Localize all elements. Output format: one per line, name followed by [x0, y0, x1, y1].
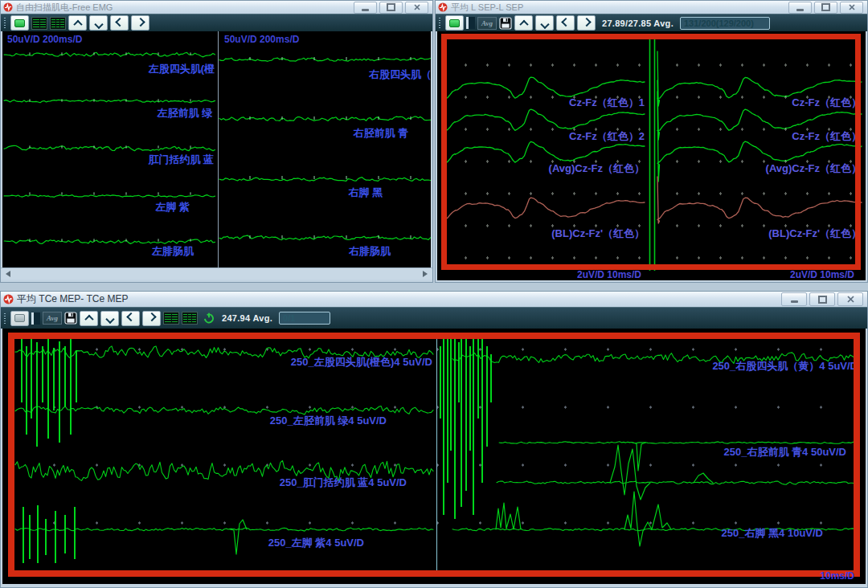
- run-button[interactable]: [10, 15, 29, 31]
- channel-label: (BL)Cz-Fz'（红色）: [551, 227, 645, 241]
- channel-label: Cz-Fz（红色）: [792, 96, 862, 110]
- window-free-emg: 自由扫描肌电-Free EMG 50uV/D 200ms/D: [0, 0, 433, 283]
- free-emg-plot[interactable]: 50uV/D 200ms/D 50uV/D 200ms/D 左股四头肌(橙 左胫…: [2, 31, 431, 267]
- montage-2col-icon[interactable]: [163, 312, 179, 325]
- splitter-handle[interactable]: [31, 312, 40, 325]
- chevron-left-icon: [561, 17, 570, 26]
- page-left-button[interactable]: [110, 15, 129, 31]
- desktop: 自由扫描肌电-Free EMG 50uV/D 200ms/D: [0, 0, 868, 588]
- minimize-icon: [362, 9, 369, 11]
- sep-traces-canvas: [437, 31, 866, 280]
- channel-label: 右脚 黑: [348, 186, 383, 200]
- montage-3col-icon[interactable]: [50, 17, 66, 30]
- page-left-button[interactable]: [121, 311, 140, 326]
- close-button[interactable]: [840, 2, 863, 14]
- chevron-left-icon: [126, 312, 135, 321]
- run-button-disabled[interactable]: [10, 311, 29, 326]
- scale-label: 2uV/D 10ms/D: [790, 269, 854, 280]
- avg-reading: 247.94 Avg.: [222, 313, 272, 323]
- scroll-right-icon[interactable]: [423, 271, 428, 277]
- scroll-left-icon[interactable]: [6, 271, 10, 277]
- toolbar-grip[interactable]: [3, 17, 6, 29]
- channel-label: (Avg)Cz-Fz（红色）: [549, 161, 645, 176]
- page-left-button[interactable]: [556, 15, 575, 31]
- close-icon: [849, 4, 855, 10]
- run-icon: [449, 19, 460, 27]
- scale-down-button[interactable]: [100, 311, 119, 326]
- channel-label: 右腓肠肌: [349, 244, 391, 259]
- chevron-right-icon: [136, 17, 145, 26]
- tce-mep-toolbar: Avg 247.94 Avg. 0/1: [1, 307, 867, 329]
- channel-label: (BL)Cz-Fz'（红色）: [768, 227, 862, 241]
- tce-mep-plot[interactable]: 250_左股四头肌(橙色)4 5uV/D 250_左胫前肌 绿4 5uV/D 2…: [2, 329, 866, 584]
- average-mode-button[interactable]: Avg: [477, 17, 497, 30]
- chevron-down-icon: [540, 19, 549, 28]
- run-icon: [14, 314, 25, 322]
- maximize-icon: [387, 3, 395, 11]
- close-button[interactable]: [405, 2, 428, 14]
- chevron-up-icon: [73, 19, 82, 28]
- channel-label: 250_右胫前肌 青4 50uV/D: [724, 445, 846, 459]
- montage-3col-icon[interactable]: [182, 312, 198, 325]
- run-button[interactable]: [445, 15, 464, 31]
- l-sep-titlebar[interactable]: 平均 L SEP-L SEP: [436, 1, 867, 14]
- emg-traces-canvas: [2, 31, 431, 267]
- channel-label: 右胫前肌 青: [353, 126, 408, 141]
- channel-label: 250_左股四头肌(橙色)4 5uV/D: [291, 355, 432, 370]
- scale-up-button[interactable]: [80, 311, 98, 326]
- page-right-button[interactable]: [142, 311, 161, 326]
- channel-label: 250_左脚 紫4 5uV/D: [268, 536, 364, 550]
- chevron-left-icon: [115, 17, 124, 26]
- avg-reading: 27.89/27.85 Avg.: [602, 18, 674, 28]
- window-tce-mep: 平均 TCe MEP- TCe MEP Avg: [0, 291, 868, 588]
- toolbar-grip[interactable]: [438, 17, 441, 29]
- channel-label: 左腓肠肌: [152, 244, 194, 259]
- channel-label: Cz-Fz（红色）2: [569, 129, 645, 144]
- tce-mep-titlebar[interactable]: 平均 TCe MEP- TCe MEP: [1, 292, 867, 307]
- sweep-counter: 131/200(129/200): [680, 17, 770, 30]
- chevron-right-icon: [582, 17, 591, 26]
- save-icon[interactable]: [64, 312, 77, 325]
- chevron-down-icon: [94, 19, 103, 28]
- channel-label: 左胫前肌 绿: [157, 106, 212, 120]
- maximize-button[interactable]: [809, 292, 835, 306]
- minimize-icon: [791, 300, 798, 303]
- l-sep-plot[interactable]: Cz-Fz（红色）1 Cz-Fz（红色）2 (Avg)Cz-Fz（红色） (BL…: [437, 31, 866, 280]
- scale-down-button[interactable]: [535, 15, 554, 31]
- app-icon: [3, 294, 14, 304]
- chevron-right-icon: [147, 312, 156, 321]
- power-stim-icon[interactable]: [203, 312, 215, 325]
- minimize-button[interactable]: [788, 2, 812, 14]
- maximize-button[interactable]: [814, 2, 837, 14]
- montage-2col-icon[interactable]: [31, 17, 47, 30]
- splitter-handle[interactable]: [466, 17, 475, 29]
- scale-up-button[interactable]: [514, 15, 533, 31]
- free-emg-toolbar: [1, 14, 432, 31]
- horizontal-scrollbar[interactable]: [1, 267, 432, 280]
- app-icon: [438, 2, 448, 12]
- channel-label: 250_肛门括约肌 蓝4 5uV/D: [280, 476, 407, 490]
- channel-label: Cz-Fz（红色）: [792, 129, 862, 144]
- scale-up-button[interactable]: [68, 15, 87, 31]
- scale-label: 50uV/D 200ms/D: [7, 34, 82, 45]
- toolbar-grip[interactable]: [3, 312, 6, 325]
- chevron-up-icon: [519, 19, 528, 28]
- scale-down-button[interactable]: [89, 15, 108, 31]
- save-icon[interactable]: [499, 17, 512, 30]
- average-mode-button[interactable]: Avg: [43, 312, 62, 325]
- chevron-up-icon: [84, 315, 93, 324]
- minimize-button[interactable]: [781, 292, 807, 306]
- window-title: 自由扫描肌电-Free EMG: [16, 2, 354, 14]
- sweep-counter: 0/1: [279, 312, 330, 325]
- channel-label: 250_左胫前肌 绿4 5uV/D: [270, 414, 387, 428]
- page-right-button[interactable]: [131, 15, 149, 31]
- free-emg-titlebar[interactable]: 自由扫描肌电-Free EMG: [1, 1, 432, 14]
- minimize-button[interactable]: [354, 2, 377, 14]
- close-button[interactable]: [837, 292, 863, 306]
- maximize-icon: [821, 3, 830, 11]
- maximize-button[interactable]: [379, 2, 403, 14]
- close-icon: [847, 296, 854, 303]
- page-right-button[interactable]: [577, 15, 596, 31]
- channel-label: 右股四头肌（黄: [369, 67, 431, 82]
- channel-label: 左脚 紫: [155, 200, 190, 214]
